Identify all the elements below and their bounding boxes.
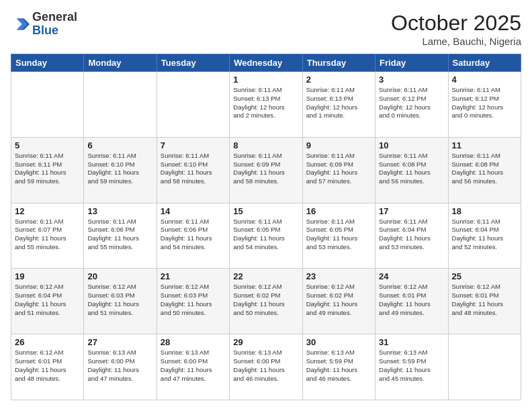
calendar-cell: 25Sunrise: 6:12 AM Sunset: 6:01 PM Dayli… <box>448 269 521 334</box>
calendar-cell: 4Sunrise: 6:11 AM Sunset: 6:12 PM Daylig… <box>448 72 521 138</box>
day-number: 2 <box>306 75 371 85</box>
cell-text: Sunrise: 6:12 AM Sunset: 6:01 PM Dayligh… <box>379 283 444 317</box>
cell-text: Sunrise: 6:12 AM Sunset: 6:03 PM Dayligh… <box>87 283 152 317</box>
cell-text: Sunrise: 6:13 AM Sunset: 6:00 PM Dayligh… <box>161 349 226 383</box>
calendar-cell <box>11 72 84 138</box>
day-number: 24 <box>379 271 444 281</box>
calendar-cell: 6Sunrise: 6:11 AM Sunset: 6:10 PM Daylig… <box>84 137 157 203</box>
logo: General Blue <box>11 11 77 38</box>
calendar-cell: 12Sunrise: 6:11 AM Sunset: 6:07 PM Dayli… <box>11 203 84 269</box>
calendar-cell: 19Sunrise: 6:12 AM Sunset: 6:04 PM Dayli… <box>11 269 84 334</box>
calendar-cell: 16Sunrise: 6:11 AM Sunset: 6:05 PM Dayli… <box>302 203 375 269</box>
calendar-cell <box>84 72 157 138</box>
calendar-week-5: 26Sunrise: 6:12 AM Sunset: 6:01 PM Dayli… <box>11 334 521 400</box>
calendar-cell <box>157 72 229 138</box>
calendar-cell: 28Sunrise: 6:13 AM Sunset: 6:00 PM Dayli… <box>157 334 229 400</box>
location: Lame, Bauchi, Nigeria <box>391 36 521 47</box>
day-number: 1 <box>233 75 298 85</box>
calendar-cell: 30Sunrise: 6:13 AM Sunset: 5:59 PM Dayli… <box>302 334 375 400</box>
day-number: 23 <box>306 271 371 281</box>
cell-text: Sunrise: 6:11 AM Sunset: 6:05 PM Dayligh… <box>233 218 298 252</box>
header: General Blue October 2025 Lame, Bauchi, … <box>11 11 521 47</box>
calendar-cell: 14Sunrise: 6:11 AM Sunset: 6:06 PM Dayli… <box>157 203 229 269</box>
calendar-cell: 5Sunrise: 6:11 AM Sunset: 6:11 PM Daylig… <box>11 137 84 203</box>
title-block: October 2025 Lame, Bauchi, Nigeria <box>391 11 521 47</box>
day-header-friday: Friday <box>375 54 448 72</box>
day-number: 11 <box>452 140 517 150</box>
calendar-cell: 17Sunrise: 6:11 AM Sunset: 6:04 PM Dayli… <box>375 203 448 269</box>
cell-text: Sunrise: 6:11 AM Sunset: 6:05 PM Dayligh… <box>306 218 371 252</box>
calendar-cell: 2Sunrise: 6:11 AM Sunset: 6:13 PM Daylig… <box>302 72 375 138</box>
cell-text: Sunrise: 6:11 AM Sunset: 6:10 PM Dayligh… <box>161 152 226 186</box>
calendar-cell: 29Sunrise: 6:13 AM Sunset: 6:00 PM Dayli… <box>230 334 302 400</box>
cell-text: Sunrise: 6:11 AM Sunset: 6:08 PM Dayligh… <box>379 152 444 186</box>
cell-text: Sunrise: 6:11 AM Sunset: 6:04 PM Dayligh… <box>379 218 444 252</box>
day-number: 14 <box>161 206 226 216</box>
calendar-cell: 18Sunrise: 6:11 AM Sunset: 6:04 PM Dayli… <box>448 203 521 269</box>
cell-text: Sunrise: 6:11 AM Sunset: 6:13 PM Dayligh… <box>306 86 371 120</box>
logo-blue: Blue <box>32 24 58 37</box>
cell-text: Sunrise: 6:11 AM Sunset: 6:13 PM Dayligh… <box>233 86 298 120</box>
day-number: 16 <box>306 206 371 216</box>
cell-text: Sunrise: 6:11 AM Sunset: 6:06 PM Dayligh… <box>87 218 152 252</box>
logo-general: General <box>32 10 77 24</box>
cell-text: Sunrise: 6:13 AM Sunset: 5:59 PM Dayligh… <box>379 349 444 383</box>
cell-text: Sunrise: 6:11 AM Sunset: 6:10 PM Dayligh… <box>87 152 152 186</box>
day-header-sunday: Sunday <box>11 54 84 72</box>
day-number: 12 <box>15 206 80 216</box>
day-number: 19 <box>15 271 80 281</box>
calendar-cell: 20Sunrise: 6:12 AM Sunset: 6:03 PM Dayli… <box>84 269 157 334</box>
cell-text: Sunrise: 6:11 AM Sunset: 6:09 PM Dayligh… <box>233 152 298 186</box>
day-number: 6 <box>87 140 152 150</box>
calendar-week-2: 5Sunrise: 6:11 AM Sunset: 6:11 PM Daylig… <box>11 137 521 203</box>
day-number: 18 <box>452 206 517 216</box>
calendar-cell: 8Sunrise: 6:11 AM Sunset: 6:09 PM Daylig… <box>230 137 302 203</box>
day-number: 31 <box>379 337 444 347</box>
calendar-table: SundayMondayTuesdayWednesdayThursdayFrid… <box>11 54 521 400</box>
cell-text: Sunrise: 6:11 AM Sunset: 6:08 PM Dayligh… <box>452 152 517 186</box>
calendar-cell: 24Sunrise: 6:12 AM Sunset: 6:01 PM Dayli… <box>375 269 448 334</box>
cell-text: Sunrise: 6:12 AM Sunset: 6:01 PM Dayligh… <box>452 283 517 317</box>
calendar-cell <box>448 334 521 400</box>
day-number: 20 <box>87 271 152 281</box>
day-number: 10 <box>379 140 444 150</box>
calendar-cell: 11Sunrise: 6:11 AM Sunset: 6:08 PM Dayli… <box>448 137 521 203</box>
calendar-cell: 10Sunrise: 6:11 AM Sunset: 6:08 PM Dayli… <box>375 137 448 203</box>
day-number: 8 <box>233 140 298 150</box>
day-number: 21 <box>161 271 226 281</box>
day-number: 3 <box>379 75 444 85</box>
cell-text: Sunrise: 6:11 AM Sunset: 6:11 PM Dayligh… <box>15 152 80 186</box>
cell-text: Sunrise: 6:12 AM Sunset: 6:02 PM Dayligh… <box>306 283 371 317</box>
day-number: 7 <box>161 140 226 150</box>
cell-text: Sunrise: 6:11 AM Sunset: 6:12 PM Dayligh… <box>452 86 517 120</box>
day-number: 28 <box>161 337 226 347</box>
day-number: 25 <box>452 271 517 281</box>
cell-text: Sunrise: 6:12 AM Sunset: 6:04 PM Dayligh… <box>15 283 80 317</box>
day-header-tuesday: Tuesday <box>157 54 229 72</box>
day-number: 13 <box>87 206 152 216</box>
cell-text: Sunrise: 6:12 AM Sunset: 6:01 PM Dayligh… <box>15 349 80 383</box>
day-number: 9 <box>306 140 371 150</box>
calendar-cell: 22Sunrise: 6:12 AM Sunset: 6:02 PM Dayli… <box>230 269 302 334</box>
day-header-thursday: Thursday <box>302 54 375 72</box>
day-number: 15 <box>233 206 298 216</box>
day-number: 29 <box>233 337 298 347</box>
day-number: 5 <box>15 140 80 150</box>
calendar-cell: 27Sunrise: 6:13 AM Sunset: 6:00 PM Dayli… <box>84 334 157 400</box>
day-header-monday: Monday <box>84 54 157 72</box>
day-header-saturday: Saturday <box>448 54 521 72</box>
calendar-cell: 21Sunrise: 6:12 AM Sunset: 6:03 PM Dayli… <box>157 269 229 334</box>
cell-text: Sunrise: 6:11 AM Sunset: 6:06 PM Dayligh… <box>161 218 226 252</box>
calendar-page: General Blue October 2025 Lame, Bauchi, … <box>0 0 532 411</box>
cell-text: Sunrise: 6:12 AM Sunset: 6:03 PM Dayligh… <box>161 283 226 317</box>
cell-text: Sunrise: 6:12 AM Sunset: 6:02 PM Dayligh… <box>233 283 298 317</box>
cell-text: Sunrise: 6:11 AM Sunset: 6:04 PM Dayligh… <box>452 218 517 252</box>
calendar-cell: 26Sunrise: 6:12 AM Sunset: 6:01 PM Dayli… <box>11 334 84 400</box>
day-number: 22 <box>233 271 298 281</box>
day-number: 30 <box>306 337 371 347</box>
calendar-cell: 7Sunrise: 6:11 AM Sunset: 6:10 PM Daylig… <box>157 137 229 203</box>
cell-text: Sunrise: 6:13 AM Sunset: 6:00 PM Dayligh… <box>233 349 298 383</box>
day-number: 17 <box>379 206 444 216</box>
calendar-week-4: 19Sunrise: 6:12 AM Sunset: 6:04 PM Dayli… <box>11 269 521 334</box>
cell-text: Sunrise: 6:13 AM Sunset: 5:59 PM Dayligh… <box>306 349 371 383</box>
